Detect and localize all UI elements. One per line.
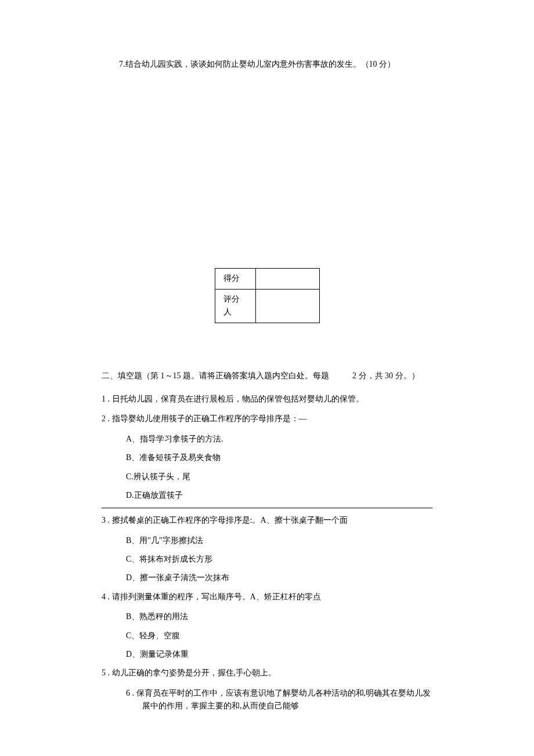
question-4-stem: 4 . 请排列测量体重的程序，写出顺序号。A、矫正杠杆的零点	[102, 591, 432, 603]
question-6: 6 . 保育员在平时的工作中，应该有意识地了解婴幼儿各种活动的和,明确其在婴幼儿…	[102, 687, 432, 713]
section-2-title-prefix: 二、填空题（第 1～15 题。请将正确答案填入题内空白处。每题	[102, 371, 329, 380]
question-1: 1 . 日托幼儿园，保育员在进行晨检后，物品的保管包括对婴幼儿的保管。	[102, 393, 432, 406]
rater-value	[255, 289, 319, 323]
question-2-stem: 2 . 指导婴幼儿使用筷子的正确工作程序的字母排序是：—	[102, 413, 432, 425]
question-2-options: A、指导学习拿筷子的方法. B、准备短筷子及易夹食物 C.辨认筷子头，尾 D.正…	[126, 433, 432, 502]
section-2-title-suffix: 2 分，共 30 分。）	[352, 371, 420, 380]
score-row: 得分	[215, 269, 319, 289]
q2-option-c: C.辨认筷子头，尾	[126, 471, 432, 483]
rater-row: 评分人	[215, 289, 319, 323]
rater-label: 评分人	[215, 289, 255, 323]
q4-option-b: B、熟悉秤的用法	[126, 610, 432, 623]
question-3-options: B、用"几"字形擦拭法 C、将抹布对折成长方形 D、擦一张桌子清洗一次抹布	[126, 534, 432, 585]
question-3-stem: 3 . 擦拭餐桌的正确工作程序的字母排序是:。A、擦十张桌子翻一个面	[102, 514, 432, 527]
score-table: 得分 评分人	[215, 268, 320, 323]
question-5: 5 . 幼儿正确的拿勺姿势是分开，握住,手心朝上。	[102, 667, 432, 679]
q3-option-c: C、将抹布对折成长方形	[126, 553, 432, 566]
question-7: 7.结合幼儿园实践，谈谈如何防止婴幼儿室内意外伤害事故的发生。（10 分）	[119, 58, 432, 71]
score-value	[255, 269, 319, 289]
q2-option-d: D.正确放置筷子	[126, 489, 432, 502]
q2-option-b: B、准备短筷子及易夹食物	[126, 451, 432, 464]
q3-option-d: D、擦一张桌子清洗一次抹布	[126, 571, 432, 584]
question-4-options: B、熟悉秤的用法 C、轻身、空腹 D、测量记录体重	[126, 610, 432, 661]
q4-option-d: D、测量记录体重	[126, 648, 432, 661]
q4-text: 4 . 请排列测量体重的程序，写出顺序号。A、矫正杠杆的零点	[102, 592, 321, 601]
divider	[102, 508, 432, 508]
q2-option-a: A、指导学习拿筷子的方法.	[126, 433, 432, 446]
q4-option-c: C、轻身、空腹	[126, 630, 432, 642]
q3-option-b: B、用"几"字形擦拭法	[126, 534, 432, 547]
section-2-title: 二、填空题（第 1～15 题。请将正确答案填入题内空白处。每题2 分，共 30 …	[102, 370, 432, 382]
score-label: 得分	[215, 269, 255, 289]
